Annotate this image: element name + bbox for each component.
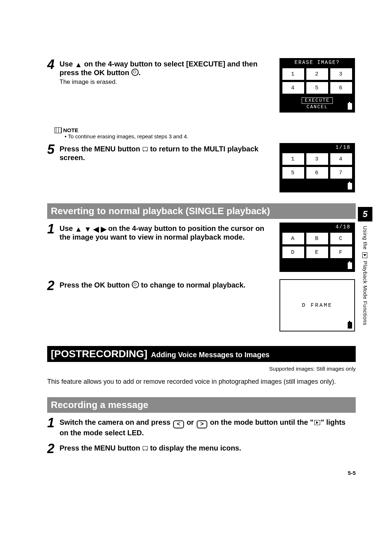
step-number-4: 4 [47,58,60,71]
text: on the mode button until the " [210,418,314,426]
text: to display the menu icons. [150,444,241,452]
mode-right-button-icon: > [197,420,207,428]
page-number: 5-5 [47,470,356,476]
note-text: • To continue erasing images, repeat ste… [65,133,356,139]
text: Using the [362,226,368,250]
thumb: E [306,247,328,258]
step-number-1: 1 [47,223,60,236]
stepB1-title: Switch the camera on and press < or > on… [60,418,356,437]
chapter-tab: 5 Using the Playback Mode Functions [358,207,372,325]
thumb: 3 [330,68,352,80]
thumb: 6 [306,167,328,179]
lcd-multi-cursor-screen: 4/18 A B C D E F [279,223,355,272]
text: on the 4-way button to select [EXECUTE] … [60,60,257,77]
heading-main: [POSTRECORDING] [51,348,147,360]
ok-button-icon [132,281,139,288]
chapter-title: Using the Playback Mode Functions [358,226,372,325]
stepA1-title: Use ▲ ▼ ◀ ▶ on the 4-way button to posit… [60,224,274,241]
text: or [187,418,194,426]
lcd-erase-screen: ERASE IMAGE? 1 2 3 4 5 6 EXECUTE CANCEL [279,58,355,113]
supported-images-note: Supported images: Still images only [47,366,356,372]
stepA2-title: Press the OK button to change to normal … [60,281,274,289]
thumb: 1 [282,153,304,165]
thumb: 4 [330,153,352,165]
thumb: 5 [282,167,304,179]
text: Press the OK button [60,281,130,289]
playback-symbol-icon [362,252,367,258]
lcd-counter: 4/18 [280,223,354,231]
text: Playback Mode Functions [362,261,368,326]
text: Use [60,60,73,68]
ok-button-icon [131,69,139,76]
step-number-1: 1 [47,416,60,429]
battery-icon [348,262,352,269]
step4-text: The image is erased. [60,78,274,86]
battery-icon [348,183,352,190]
thumb: 6 [330,82,352,94]
text: Press the MENU button [60,444,140,452]
playback-symbol-icon [314,420,320,425]
step5-title: Press the MENU button to return to the M… [60,144,274,162]
thumb: 1 [282,68,304,80]
thumb: 3 [306,153,328,165]
lcd-frame-label: D FRAME [302,302,332,309]
thumb: D [282,247,304,258]
thumb: 5 [306,82,328,94]
lcd-counter: 1/18 [280,144,354,151]
heading-sub: Adding Voice Messages to Images [151,351,269,359]
step-number-5: 5 [47,143,60,156]
thumb: 4 [282,82,304,94]
stepB2-title: Press the MENU button to display the men… [60,444,356,452]
section-heading-postrecording: [POSTRECORDING] Adding Voice Messages to… [47,346,356,362]
option-execute: EXECUTE [302,97,333,104]
thumb: 2 [306,68,328,80]
text: Switch the camera on and press [60,418,171,426]
step4-title: Use ▲ on the 4-way button to select [EXE… [60,60,274,77]
intro-text: This feature allows you to add or remove… [47,378,356,386]
chapter-number: 5 [358,207,372,221]
lcd-multi-screen: 1/18 1 3 4 5 6 7 [279,143,355,192]
thumb: B [306,233,328,244]
thumb: C [330,233,352,244]
thumb: A [282,233,304,244]
menu-button-icon [142,445,148,451]
text: Use [60,224,73,232]
step-number-2: 2 [47,279,60,292]
text: Press the MENU button [60,145,140,153]
thumb: F [330,247,352,258]
battery-icon [348,103,352,110]
lcd-single-screen: D FRAME [279,279,355,331]
note-label: NOTE [54,127,356,133]
step-number-2: 2 [47,442,60,455]
battery-icon [348,322,352,329]
lcd-header: ERASE IMAGE? [280,59,354,66]
mode-left-button-icon: < [173,420,184,428]
menu-button-icon [142,146,148,152]
text: . [139,69,141,77]
text: to change to normal playback. [141,281,245,289]
section-heading-reverting: Reverting to normal playback (SINGLE pla… [47,203,356,219]
option-cancel: CANCEL [282,104,352,110]
section-heading-recording: Recording a message [47,397,356,413]
thumb: 7 [330,167,352,179]
